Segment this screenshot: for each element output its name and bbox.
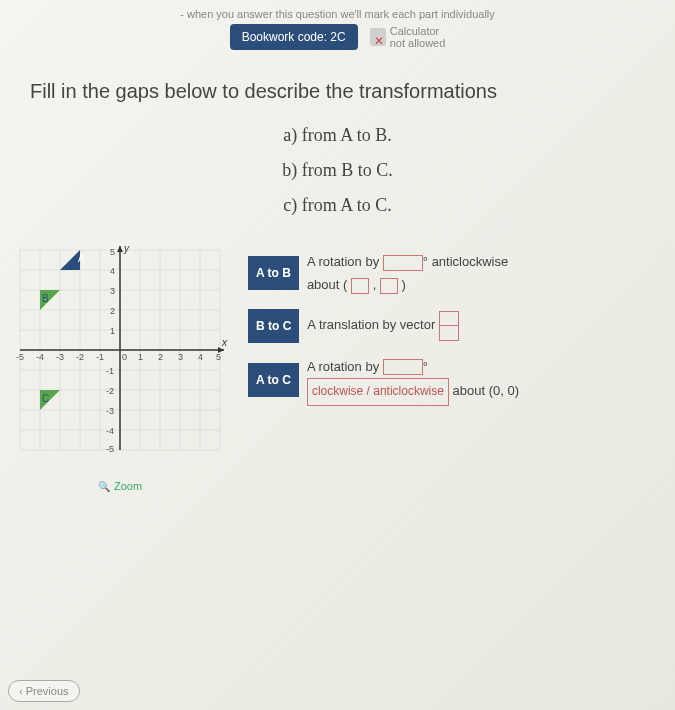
svg-text:-3: -3 bbox=[56, 352, 64, 362]
answer-a-to-c: A to C A rotation by ° clockwise / antic… bbox=[248, 355, 665, 406]
atob-centre-x-input[interactable] bbox=[351, 278, 369, 294]
atoc-angle-input[interactable] bbox=[383, 359, 423, 375]
shape-a-label: A bbox=[78, 253, 85, 264]
zoom-button[interactable]: Zoom bbox=[10, 480, 230, 492]
svg-text:-2: -2 bbox=[76, 352, 84, 362]
previous-button[interactable]: ‹ Previous bbox=[8, 680, 80, 702]
bookwork-code-badge: Bookwork code: 2C bbox=[230, 24, 358, 50]
calculator-icon bbox=[370, 28, 386, 46]
svg-text:0: 0 bbox=[122, 352, 127, 362]
atob-angle-input[interactable] bbox=[383, 255, 423, 271]
calculator-label: Calculator bbox=[390, 25, 446, 37]
tag-a-to-b: A to B bbox=[248, 256, 299, 290]
svg-text:1: 1 bbox=[138, 352, 143, 362]
atoc-direction-choice[interactable]: clockwise / anticlockwise bbox=[307, 378, 449, 406]
tag-b-to-c: B to C bbox=[248, 309, 299, 343]
question-part-c: c) from A to C. bbox=[30, 195, 645, 216]
calculator-status: Calculator not allowed bbox=[370, 25, 446, 49]
svg-text:3: 3 bbox=[178, 352, 183, 362]
svg-text:2: 2 bbox=[158, 352, 163, 362]
shape-b-label: B bbox=[42, 293, 49, 304]
svg-marker-23 bbox=[117, 246, 123, 252]
shape-c-label: C bbox=[42, 393, 49, 404]
tag-a-to-c: A to C bbox=[248, 363, 299, 397]
svg-text:5: 5 bbox=[110, 247, 115, 257]
atob-centre-y-input[interactable] bbox=[380, 278, 398, 294]
svg-text:4: 4 bbox=[110, 266, 115, 276]
svg-text:-5: -5 bbox=[106, 444, 114, 454]
y-axis-label: y bbox=[123, 243, 130, 254]
svg-text:-3: -3 bbox=[106, 406, 114, 416]
svg-text:-4: -4 bbox=[106, 426, 114, 436]
calculator-not-allowed: not allowed bbox=[390, 37, 446, 49]
svg-text:5: 5 bbox=[216, 352, 221, 362]
answer-a-to-b: A to B A rotation by ° anticlockwise abo… bbox=[248, 250, 665, 297]
svg-text:-1: -1 bbox=[96, 352, 104, 362]
answer-b-to-c: B to C A translation by vector bbox=[248, 309, 665, 343]
svg-text:1: 1 bbox=[110, 326, 115, 336]
question-part-b: b) from B to C. bbox=[30, 160, 645, 181]
coordinate-graph: A B C -5-4-3 -2-10 123 45 543 21 -1-2-3 … bbox=[10, 240, 230, 460]
svg-text:-1: -1 bbox=[106, 366, 114, 376]
question-main: Fill in the gaps below to describe the t… bbox=[30, 80, 645, 103]
svg-text:-2: -2 bbox=[106, 386, 114, 396]
svg-text:3: 3 bbox=[110, 286, 115, 296]
question-part-a: a) from A to B. bbox=[30, 125, 645, 146]
x-axis-label: x bbox=[221, 337, 228, 348]
svg-text:2: 2 bbox=[110, 306, 115, 316]
zoom-icon bbox=[98, 480, 110, 492]
btoc-vector-input[interactable] bbox=[439, 311, 459, 341]
svg-text:-4: -4 bbox=[36, 352, 44, 362]
svg-marker-24 bbox=[60, 250, 80, 270]
header-note: - when you answer this question we'll ma… bbox=[180, 8, 495, 20]
svg-text:4: 4 bbox=[198, 352, 203, 362]
svg-text:-5: -5 bbox=[16, 352, 24, 362]
